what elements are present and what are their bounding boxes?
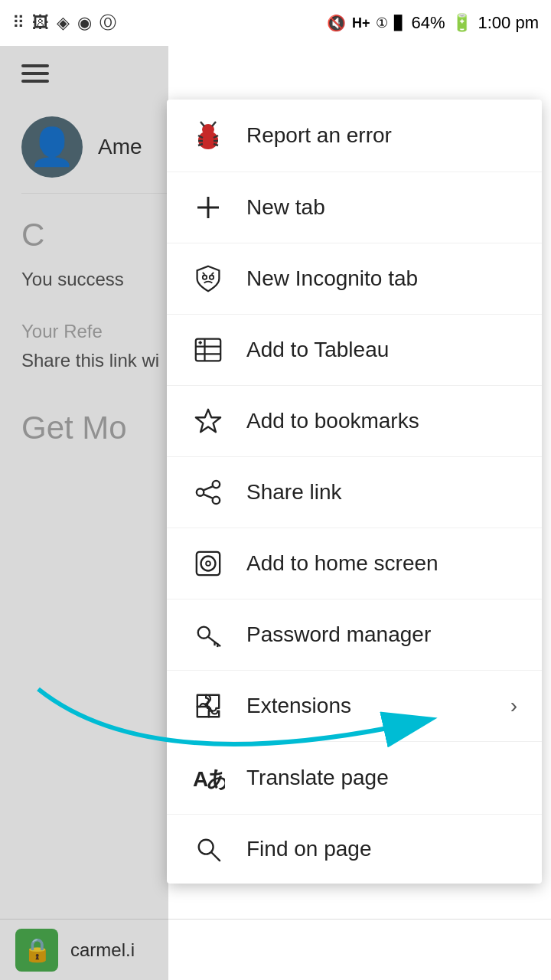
menu-label-tableau: Add to Tableau <box>246 338 517 362</box>
plus-icon <box>191 194 225 221</box>
menu-item-home-screen[interactable]: Add to home screen <box>167 528 542 599</box>
hplus-icon: H+ <box>352 15 370 31</box>
svg-line-15 <box>212 273 214 275</box>
location-icon: ◈ <box>57 13 70 33</box>
status-bar-right: 🔇 H+ ① ▊ 64% 🔋 1:00 pm <box>327 13 539 33</box>
menu-label-translate: Translate page <box>246 766 517 790</box>
svg-point-24 <box>213 481 220 488</box>
menu-item-tableau[interactable]: Add to Tableau <box>167 315 542 386</box>
menu-item-incognito[interactable]: New Incognito tab <box>167 243 542 315</box>
menu-label-password: Password manager <box>246 622 517 647</box>
svg-point-31 <box>206 561 210 566</box>
menu-label-bookmarks: Add to bookmarks <box>246 409 517 433</box>
svg-point-13 <box>210 276 214 279</box>
shield-icon <box>191 265 225 292</box>
battery-text: 64% <box>411 13 445 33</box>
menu-item-find[interactable]: Find on page <box>167 815 542 884</box>
status-bar: ⠿ 🖼 ◈ ◉ Ⓞ 🔇 H+ ① ▊ 64% 🔋 1:00 pm <box>0 0 551 46</box>
translate-icon: A あ <box>191 763 225 792</box>
menu-item-report-error[interactable]: Report an error <box>167 100 542 172</box>
menu-item-bookmarks[interactable]: Add to bookmarks <box>167 386 542 457</box>
menu-label-home-screen: Add to home screen <box>246 551 517 576</box>
menu-item-extensions[interactable]: Extensions › <box>167 671 542 742</box>
svg-line-39 <box>212 853 220 861</box>
svg-line-2 <box>201 122 204 126</box>
svg-point-30 <box>201 557 216 571</box>
menu-item-translate[interactable]: A あ Translate page <box>167 742 542 815</box>
sim-icon: ① <box>376 15 388 31</box>
menu-overlay <box>0 46 168 980</box>
svg-marker-23 <box>196 410 220 432</box>
status-bar-left: ⠿ 🖼 ◈ ◉ Ⓞ <box>12 11 116 34</box>
svg-line-14 <box>203 273 205 275</box>
tableau-icon <box>191 336 225 364</box>
svg-point-25 <box>197 488 204 495</box>
menu-item-new-tab[interactable]: New tab <box>167 172 542 243</box>
menu-label-incognito: New Incognito tab <box>246 266 517 291</box>
opera-icon: Ⓞ <box>99 11 116 34</box>
context-menu: Report an error New tab New Incognito ta… <box>167 100 542 884</box>
signal-icon: ▊ <box>394 15 405 31</box>
svg-text:あ: あ <box>207 767 225 791</box>
share-icon <box>191 479 225 506</box>
mute-icon: 🔇 <box>327 14 346 32</box>
menu-label-report-error: Report an error <box>246 123 517 148</box>
svg-line-28 <box>204 495 212 498</box>
puzzle-icon <box>191 692 225 720</box>
extensions-chevron: › <box>510 694 517 718</box>
star-icon <box>191 407 225 435</box>
key-icon <box>191 621 225 648</box>
menu-label-new-tab: New tab <box>246 195 517 220</box>
menu-label-find: Find on page <box>246 837 517 861</box>
svg-point-32 <box>198 627 210 639</box>
menu-item-password[interactable]: Password manager <box>167 599 542 671</box>
menu-label-share: Share link <box>246 480 517 505</box>
menu-icon: ⠿ <box>12 13 24 33</box>
time: 1:00 pm <box>478 13 540 33</box>
bug-icon <box>191 121 225 150</box>
search-icon <box>191 836 225 862</box>
svg-point-12 <box>203 276 207 279</box>
svg-line-3 <box>212 122 216 126</box>
battery-icon: 🔋 <box>452 13 472 33</box>
homescreen-icon <box>191 550 225 577</box>
image-icon: 🖼 <box>32 13 49 33</box>
svg-point-38 <box>199 840 214 854</box>
whatsapp-icon: ◉ <box>77 13 92 33</box>
svg-point-26 <box>213 497 220 504</box>
menu-item-share[interactable]: Share link <box>167 457 542 528</box>
svg-line-27 <box>204 486 212 490</box>
menu-label-extensions: Extensions <box>246 694 489 718</box>
